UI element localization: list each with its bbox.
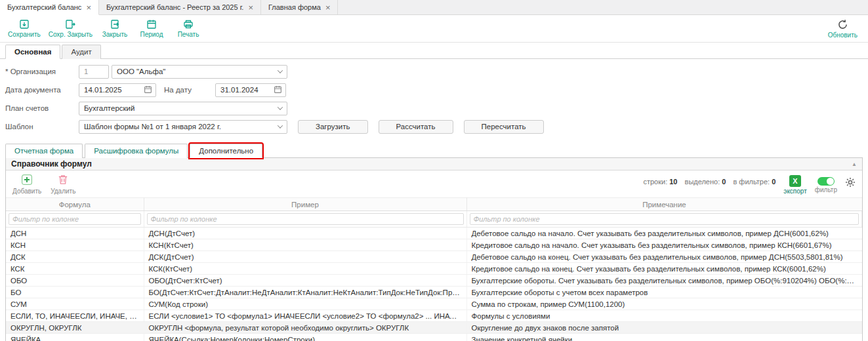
table-cell: Бухгалтерские обороты. Счет указывать бе…: [466, 275, 862, 287]
table-row[interactable]: ЕСЛИ, ТО, ИНАЧЕЕСЛИ, ИНАЧЕ, КОНЕЦЕСЛИ <у…: [6, 310, 862, 322]
calendar-icon: [146, 19, 157, 30]
save-icon: [19, 19, 30, 30]
table-row[interactable]: КСККСК(КтСчет)Кредитовое сальдо на конец…: [6, 263, 862, 275]
document-form: * Организация 1 ООО "Альфа" Дата докумен…: [0, 59, 868, 142]
collapse-icon[interactable]: [852, 161, 857, 167]
filter-input-note[interactable]: [470, 213, 859, 225]
chart-of-accounts-select[interactable]: Бухгалтерский: [79, 102, 287, 115]
organization-code-field[interactable]: 1: [79, 65, 109, 79]
table-cell: ДСК(ДтСчет): [144, 251, 466, 263]
table-row[interactable]: ОБООБО(ДтСчет:КтСчет)Бухгалтерские оборо…: [6, 275, 862, 287]
doc-date-label: Дата документа: [5, 86, 79, 94]
trash-icon: [57, 174, 69, 187]
table-cell: Значение конкретной ячейки: [466, 334, 862, 341]
save-label: Сохранить: [8, 31, 41, 38]
window-tab-mainform[interactable]: Главная форма: [261, 0, 338, 14]
filter-input-example[interactable]: [147, 213, 464, 225]
save-close-label: Сохр. Закрыть: [49, 31, 93, 38]
toggle-on-icon[interactable]: [817, 177, 835, 186]
organization-label: * Организация: [5, 68, 79, 75]
column-header-example[interactable]: Пример: [144, 198, 466, 211]
table-row[interactable]: ДСКДСК(ДтСчет)Дебетовое сальдо на конец.…: [6, 251, 862, 263]
filtered-count: 0: [772, 178, 775, 186]
period-button[interactable]: Период: [133, 18, 170, 39]
table-cell: КСН: [6, 239, 144, 251]
table-cell: ДСН: [6, 228, 144, 239]
table-row[interactable]: ДСНДСН(ДтСчет)Дебетовое сальдо на начало…: [6, 228, 862, 239]
period-label: Период: [140, 31, 163, 38]
rows-count: 10: [669, 178, 677, 186]
filter-toggle[interactable]: фильтр: [815, 175, 837, 193]
add-button[interactable]: Добавить: [12, 174, 41, 195]
table-cell: ОКРУГЛН, ОКРУГЛК: [6, 322, 144, 334]
column-header-formula[interactable]: Формула: [6, 198, 144, 211]
gear-icon[interactable]: [845, 175, 856, 190]
filtered-label: в фильтре:: [733, 178, 770, 186]
chart-of-accounts-value: Бухгалтерский: [84, 104, 134, 112]
table-cell: ОБО: [6, 275, 144, 287]
template-label: Шаблон: [5, 123, 79, 130]
table-row[interactable]: ЯЧЕЙКАЯЧЕЙКА(Ссылка:НомерКолонки:НомерСт…: [6, 334, 862, 341]
calendar-icon[interactable]: [274, 85, 282, 95]
table-cell: ОКРУГЛН <формула, результат которой необ…: [144, 322, 466, 334]
table-row[interactable]: СУМСУМ(Код строки)Сумма по строкам, прим…: [6, 298, 862, 310]
tab-audit[interactable]: Аудит: [62, 45, 100, 59]
detail-tabbar: Отчетная форма Расшифровка формулы Допол…: [5, 144, 863, 158]
print-label: Печать: [178, 31, 199, 38]
window-tab-register[interactable]: Бухгалтерский баланс - Реестр за 2025 г.: [99, 0, 261, 14]
table-cell: ЯЧЕЙКА(Ссылка:НомерКолонки:НомерСтроки): [144, 334, 466, 341]
table-cell: Кредитовое сальдо на начало. Счет указыв…: [466, 239, 862, 251]
table-row[interactable]: КСНКСН(КтСчет)Кредитовое сальдо на начал…: [6, 239, 862, 251]
tab-main[interactable]: Основная: [5, 45, 60, 59]
tab-report-form[interactable]: Отчетная форма: [5, 144, 83, 158]
save-button[interactable]: Сохранить: [4, 18, 45, 39]
add-label: Добавить: [12, 188, 41, 195]
recalculate-button[interactable]: Пересчитать: [464, 120, 544, 134]
close-button[interactable]: Закрыть: [96, 18, 133, 39]
print-button[interactable]: Печать: [170, 18, 207, 39]
refresh-icon: [837, 19, 848, 30]
chart-of-accounts-label: План счетов: [5, 104, 79, 112]
table-header-row: Формула Пример Примечание: [6, 198, 862, 211]
save-close-button[interactable]: Сохр. Закрыть: [45, 18, 96, 39]
tab-formula-decode[interactable]: Расшифровка формулы: [85, 144, 188, 158]
close-icon[interactable]: [325, 3, 331, 12]
table-cell: ЯЧЕЙКА: [6, 334, 144, 341]
table-row[interactable]: БОБО(ДтСчет:КтСчет:ДтАналит:НеДтАналит:К…: [6, 287, 862, 298]
tab-additional[interactable]: Дополнительно: [190, 144, 262, 158]
close-icon[interactable]: [248, 3, 253, 12]
close-icon[interactable]: [86, 3, 91, 12]
organization-value: ООО "Альфа": [117, 68, 165, 75]
table-cell: Сумма по строкам, пример СУМ(1100,1200): [466, 298, 862, 310]
delete-button[interactable]: Удалить: [51, 174, 75, 195]
table-row[interactable]: ОКРУГЛН, ОКРУГЛКОКРУГЛН <формула, резуль…: [6, 322, 862, 334]
template-select[interactable]: Шаблон формы №1 от 1 января 2022 г.: [79, 120, 287, 134]
doc-date-field[interactable]: 14.01.2025: [79, 83, 156, 97]
plus-icon: [21, 174, 33, 187]
column-header-note[interactable]: Примечание: [466, 198, 862, 211]
calculate-button[interactable]: Рассчитать: [379, 120, 453, 134]
form-row-chart: План счетов Бухгалтерский: [5, 101, 868, 115]
toolbar: Сохранить Сохр. Закрыть Закрыть Период П…: [0, 15, 868, 43]
form-row-template: Шаблон Шаблон формы №1 от 1 января 2022 …: [5, 119, 868, 134]
window-tab-balance[interactable]: Бухгалтерский баланс: [0, 0, 99, 15]
filter-toggle-label: фильтр: [815, 186, 837, 193]
table-cell: КСК: [6, 263, 144, 275]
filter-input-formula[interactable]: [9, 213, 141, 225]
selected-count: 0: [722, 178, 726, 186]
load-button[interactable]: Загрузить: [298, 120, 368, 134]
app-window: Бухгалтерский баланс Бухгалтерский балан…: [0, 0, 868, 341]
refresh-button[interactable]: Обновить: [824, 18, 861, 40]
table-cell: БО: [6, 287, 144, 298]
table-cell: Дебетовое сальдо на конец. Счет указыват…: [466, 251, 862, 263]
table-cell: КСН(КтСчет): [144, 239, 466, 251]
form-tabbar: Основная Аудит: [0, 43, 868, 59]
window-tab-label: Бухгалтерский баланс - Реестр за 2025 г.: [106, 3, 243, 11]
on-date-field[interactable]: 31.01.2024: [215, 83, 286, 97]
export-button[interactable]: экспорт: [783, 175, 807, 195]
table-cell: ДСК: [6, 251, 144, 263]
calendar-icon[interactable]: [144, 85, 152, 95]
grid-toolbar: Добавить Удалить строки:10 выделено:0 в …: [6, 170, 862, 196]
table-cell: Округление до двух знаков после запятой: [466, 322, 862, 334]
organization-select[interactable]: ООО "Альфа": [112, 65, 287, 79]
